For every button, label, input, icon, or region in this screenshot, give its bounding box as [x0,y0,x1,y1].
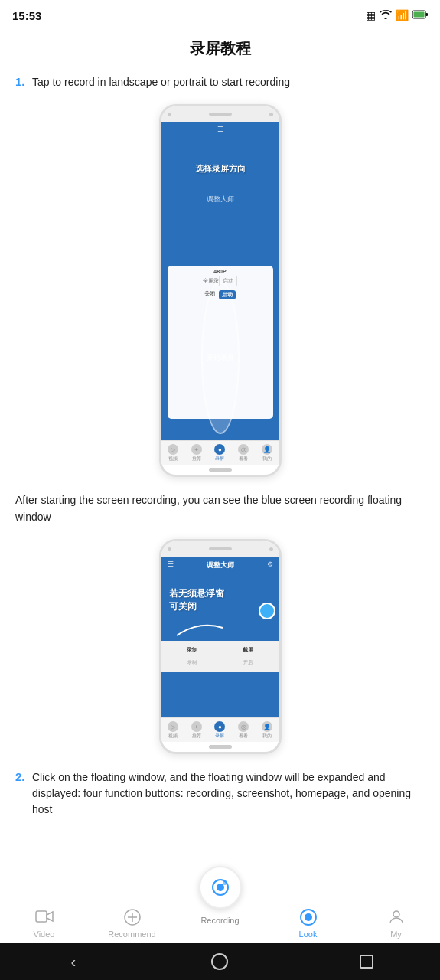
dialog-resolution: 480P [213,269,226,274]
info-text: After starting the screen recording, you… [15,492,425,525]
phone-nav2-video: ▷ 视频 [168,721,178,740]
phone-home-button-1 [209,468,232,472]
speaker-1 [209,113,232,116]
sys-home-button[interactable] [209,951,230,972]
nav-label-video: Video [34,929,55,939]
phone-screen-1: ☰ 调整大师 ⚙ 开始录屏 选择录屏方向 480P 全屏录 [161,122,279,440]
sys-back-button[interactable]: ‹ [63,951,84,972]
phone-nav2-rec-icon: + [191,721,202,732]
status-bar: 15:53 ▦ 📶 [0,0,440,28]
look-icon [298,907,318,927]
step-1-row: 1. Tap to record in landscape or portrai… [15,74,425,90]
phone-nav-video-icon: ▷ [168,444,178,455]
wifi-icon [380,9,392,21]
network-icon: 📶 [396,9,409,21]
floating-text-overlay: 若无须悬浮窗 可关闭 [169,587,272,639]
phone-nav2-rec-label: 推荐 [192,733,201,740]
dialog-select-1: 启动 [219,276,237,286]
screen2-title: 调整大师 [207,560,234,570]
nav-label-look: Look [299,929,318,939]
phone-mockup-1: ☰ 调整大师 ⚙ 开始录屏 选择录屏方向 480P 全屏录 [159,104,282,477]
phone-nav2-video-icon: ▷ [168,721,178,732]
screen1-overlay-label: 选择录屏方向 [161,160,279,178]
screen1-icon-left: ☰ [217,126,223,133]
dialog-actions: 关闭 启动 [204,290,236,299]
floating-line1: 若无须悬浮窗 [169,587,272,600]
svg-marker-4 [47,912,53,921]
status-icons: ▦ 📶 [366,9,428,21]
step-2-text: Click on the floating window, and the fl… [32,769,425,818]
phone-top-2 [161,541,279,557]
phone-nav-home-icon: ● [214,444,225,455]
step-1-text: Tap to record in landscape or portrait t… [32,74,425,90]
phone-nav2-video-label: 视频 [168,733,178,740]
phone-nav-rec-icon: + [191,444,202,455]
phone-nav-1: ▷ 视频 + 推荐 ● 录屏 ◎ 看看 👤 我的 [161,440,279,465]
nav-item-recording[interactable]: Recording [176,866,264,925]
dialog-cancel-btn[interactable]: 关闭 [204,290,215,299]
my-icon [386,907,406,927]
dialog-title-row: 480P [213,269,226,274]
phone-mockup-2-wrapper: ☰ 调整大师 ⚙ 若无须悬浮窗 可关闭 录制 截屏 [15,539,425,754]
phone-sensor-2 [269,547,273,551]
phone-top-1 [161,106,279,122]
phone-mockup-2: ☰ 调整大师 ⚙ 若无须悬浮窗 可关闭 录制 截屏 [159,539,282,754]
phone-nav2-my: 👤 我的 [262,721,272,740]
nav-label-recommend: Recommend [108,929,155,939]
panel-item-3: 录制 [166,658,220,668]
phone-nav-rec: + 推荐 [191,444,202,462]
svg-point-13 [393,911,399,917]
dialog-label-1: 全屏录 [203,277,219,285]
phone-nav-look-icon: ◎ [238,444,249,455]
screen1-dialog: 480P 全屏录 启动 关闭 启动 [168,266,273,419]
nav-item-my[interactable]: My [352,907,440,939]
svg-rect-1 [414,12,425,18]
phone-sensor-1 [269,113,273,116]
recording-icon [199,866,242,909]
phone-nav-look: ◎ 看看 [238,444,249,462]
screen1-top: ☰ 调整大师 ⚙ [161,122,279,275]
panel-item-2: 截屏 [221,645,275,655]
screen2-top: ☰ 调整大师 ⚙ [161,557,279,572]
svg-point-9 [217,884,224,891]
phone-nav-video-label: 视频 [168,456,178,462]
panel-item-4: 开启 [221,658,275,668]
nav-item-video[interactable]: Video [0,907,88,939]
dialog-row-1: 全屏录 启动 [203,276,237,286]
svg-point-10 [223,880,227,885]
phone-nav-look-label: 看看 [239,456,248,462]
phone-nav2-my-label: 我的 [262,733,272,740]
nav-item-recommend[interactable]: Recommend [88,907,176,939]
phone-nav-my-icon: 👤 [262,444,272,455]
phone-mockup-1-wrapper: ☰ 调整大师 ⚙ 开始录屏 选择录屏方向 480P 全屏录 [15,104,425,477]
phone-nav2-look: ◎ 看看 [238,721,249,740]
main-content: 1. Tap to record in landscape or portrai… [0,67,440,890]
phone-nav-2: ▷ 视频 + 推荐 ● 录屏 ◎ 看看 👤 我的 [161,717,279,742]
phone-nav2-home-label: 录屏 [215,733,224,740]
signal-icon: ▦ [366,9,376,21]
step-2-row: 2. Click on the floating window, and the… [15,769,425,818]
system-nav-bar: ‹ [0,943,440,980]
phone-nav2-home-icon: ● [214,721,225,732]
home-circle-icon [211,953,228,970]
nav-label-recording: Recording [200,916,239,925]
video-icon [34,907,54,927]
dialog-confirm-btn[interactable]: 启动 [219,290,236,299]
phone-screen-2: ☰ 调整大师 ⚙ 若无须悬浮窗 可关闭 录制 截屏 [161,557,279,717]
svg-rect-3 [36,911,47,922]
status-time: 15:53 [12,9,41,22]
floating-circle [259,603,275,619]
phone-nav-video: ▷ 视频 [168,444,178,462]
nav-item-look[interactable]: Look [264,907,352,939]
step-1-number: 1. [15,75,32,88]
sys-recents-button[interactable] [356,951,377,972]
phone-nav2-my-icon: 👤 [262,721,272,732]
phone-nav2-home: ● 录屏 [214,721,225,740]
back-chevron-icon: ‹ [70,953,76,971]
phone-nav-home-label: 录屏 [215,456,224,462]
phone-nav2-look-icon: ◎ [238,721,249,732]
panel-grid: 录制 截屏 录制 开启 [166,645,275,668]
svg-rect-2 [426,13,429,16]
phone-nav2-rec: + 推荐 [191,721,202,740]
recents-square-icon [360,955,373,969]
